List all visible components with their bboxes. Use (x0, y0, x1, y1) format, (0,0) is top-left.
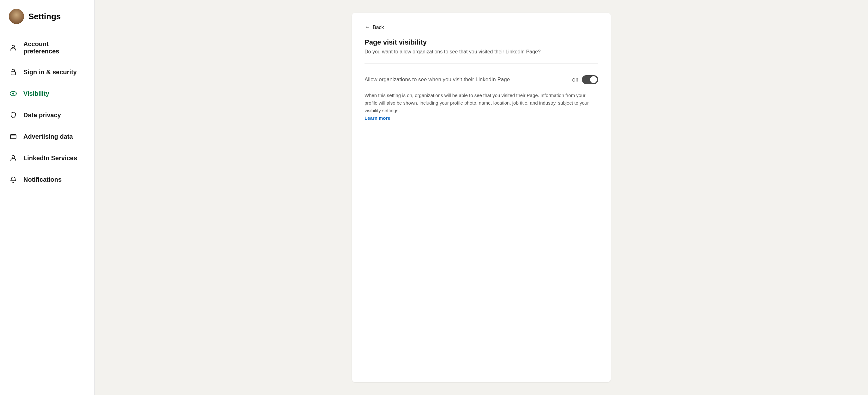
info-text: When this setting is on, organizations w… (365, 92, 598, 122)
notifications-label: Notifications (23, 176, 62, 183)
svg-point-3 (12, 93, 14, 94)
page-title: Page visit visibility (365, 38, 598, 47)
linkedin-services-label: LinkedIn Services (23, 154, 77, 162)
toggle-label: Allow organizations to see when you visi… (365, 77, 510, 83)
svg-rect-4 (10, 134, 16, 139)
main-content: ← Back Page visit visibility Do you want… (95, 0, 868, 395)
eye-icon (9, 89, 18, 98)
app-title: Settings (28, 12, 61, 22)
sign-in-security-label: Sign in & security (23, 68, 77, 76)
sidebar-item-advertising-data[interactable]: Advertising data (0, 126, 94, 147)
lock-icon (9, 68, 18, 77)
ad-icon (9, 132, 18, 141)
page-subtitle: Do you want to allow organizations to se… (365, 49, 598, 55)
back-arrow-icon: ← (365, 24, 370, 31)
svg-point-0 (12, 45, 14, 48)
visibility-label: Visibility (23, 90, 49, 97)
sidebar: Settings Account preferences Sign in & s… (0, 0, 95, 395)
toggle-row: Allow organizations to see when you visi… (365, 71, 598, 92)
content-card: ← Back Page visit visibility Do you want… (352, 13, 611, 382)
back-label: Back (373, 25, 384, 30)
avatar (9, 9, 24, 24)
bell-icon (9, 175, 18, 184)
toggle-status-text: Off (572, 77, 578, 83)
back-button[interactable]: ← Back (365, 24, 384, 31)
sidebar-item-data-privacy[interactable]: Data privacy (0, 104, 94, 126)
toggle-right: Off (572, 75, 598, 84)
data-privacy-label: Data privacy (23, 112, 61, 119)
svg-rect-1 (11, 72, 16, 75)
learn-more-link[interactable]: Learn more (365, 115, 391, 121)
person-icon (9, 43, 18, 52)
sidebar-item-sign-in-security[interactable]: Sign in & security (0, 61, 94, 83)
sidebar-item-linkedin-services[interactable]: LinkedIn Services (0, 147, 94, 169)
info-text-content: When this setting is on, organizations w… (365, 93, 589, 113)
sidebar-item-notifications[interactable]: Notifications (0, 169, 94, 190)
sidebar-header: Settings (0, 9, 94, 34)
sidebar-item-account-preferences[interactable]: Account preferences (0, 34, 94, 61)
sidebar-nav: Account preferences Sign in & security V… (0, 34, 94, 190)
shield-icon (9, 111, 18, 119)
toggle-track (582, 75, 598, 84)
sidebar-item-visibility[interactable]: Visibility (0, 83, 94, 104)
account-preferences-label: Account preferences (23, 40, 86, 55)
advertising-data-label: Advertising data (23, 133, 73, 140)
svg-point-8 (12, 155, 14, 158)
services-icon (9, 154, 18, 162)
toggle-switch[interactable] (582, 75, 598, 84)
toggle-thumb (590, 76, 597, 83)
divider (365, 63, 598, 64)
